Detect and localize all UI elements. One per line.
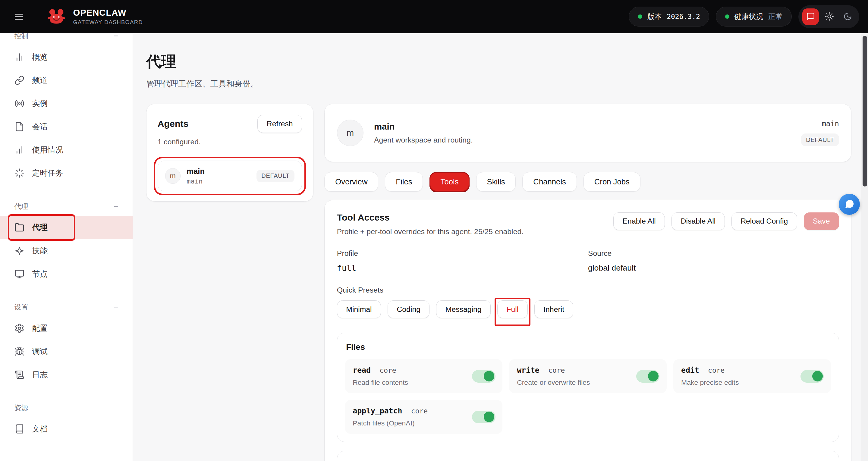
folder-icon: [14, 222, 24, 232]
reload-config-button[interactable]: Reload Config: [732, 212, 797, 230]
preset-full-button[interactable]: Full: [497, 300, 528, 318]
dark-theme-button[interactable]: [840, 9, 855, 24]
sidebar-item-label: 实例: [32, 98, 48, 109]
tab-tools[interactable]: Tools: [430, 172, 469, 191]
disable-all-button[interactable]: Disable All: [672, 212, 724, 230]
bar-chart-icon: [14, 145, 24, 155]
tool-tag: core: [379, 366, 396, 374]
sidebar-item-docs[interactable]: 文档: [0, 417, 133, 440]
sidebar-item-label: 日志: [32, 369, 48, 380]
agent-avatar: m: [165, 168, 181, 184]
page-scrollbar-track: [861, 33, 868, 461]
tab-channels[interactable]: Channels: [522, 172, 577, 191]
sidebar-item-nodes[interactable]: 节点: [0, 263, 133, 286]
sidebar-item-usage[interactable]: 使用情况: [0, 138, 133, 161]
preset-minimal-button[interactable]: Minimal: [337, 300, 381, 318]
section-label: 资源: [14, 403, 28, 412]
main-content: 代理 管理代理工作区、工具和身份。 Agents Refresh 1 confi…: [133, 33, 868, 461]
agent-header-name: main: [374, 121, 473, 132]
sidebar-item-agents[interactable]: 代理: [0, 216, 133, 239]
hamburger-menu-icon: [14, 12, 24, 22]
quick-presets-label: Quick Presets: [337, 286, 839, 295]
toggle-knob: [484, 371, 494, 381]
sidebar-item-debug[interactable]: 调试: [0, 340, 133, 363]
version-pill: 版本 2026.3.2: [629, 7, 709, 27]
sidebar-item-skills[interactable]: 技能: [0, 239, 133, 262]
sidebar-item-overview[interactable]: 概览: [0, 45, 133, 69]
health-status-dot: [725, 14, 730, 19]
theme-switcher: [798, 5, 859, 28]
section-label: 代理: [14, 202, 28, 211]
collapse-minus-icon[interactable]: −: [114, 33, 118, 40]
preset-coding-button[interactable]: Coding: [388, 300, 430, 318]
toggle-knob: [648, 371, 658, 381]
refresh-button[interactable]: Refresh: [257, 115, 302, 132]
preset-inherit-button[interactable]: Inherit: [534, 300, 574, 318]
sidebar-section-settings[interactable]: 设置 −: [0, 298, 133, 316]
agents-panel-title: Agents: [158, 119, 189, 129]
sidebar-item-config[interactable]: 配置: [0, 317, 133, 340]
agents-panel: Agents Refresh 1 configured. m main main…: [146, 104, 313, 202]
sidebar-item-label: 调试: [32, 346, 48, 357]
brand: OPENCLAW GATEWAY DASHBOARD: [46, 7, 143, 27]
monitor-icon: [14, 269, 24, 279]
tab-cron-jobs[interactable]: Cron Jobs: [584, 172, 641, 191]
toggle-apply-patch[interactable]: [472, 410, 495, 423]
tool-description: Make precise edits: [681, 378, 797, 387]
sidebar-item-label: 频道: [32, 75, 48, 86]
tool-access-subtitle: Profile + per-tool overrides for this ag…: [337, 227, 524, 236]
agent-avatar-large: m: [337, 120, 364, 146]
toggle-read[interactable]: [472, 370, 495, 383]
preset-messaging-button[interactable]: Messaging: [436, 300, 491, 318]
sidebar-section-resources[interactable]: 资源: [0, 398, 133, 417]
sidebar-item-channels[interactable]: 频道: [0, 69, 133, 92]
brand-name: OPENCLAW: [73, 7, 143, 18]
agent-tabs: Overview Files Tools Skills Channels Cro…: [324, 172, 851, 191]
tab-files[interactable]: Files: [385, 172, 423, 191]
tool-name: write: [517, 366, 539, 374]
health-label: 健康状况: [735, 12, 764, 21]
sidebar-item-sessions[interactable]: 会话: [0, 115, 133, 138]
openclaw-crab-logo-icon: [46, 7, 66, 27]
collapse-minus-icon[interactable]: −: [114, 202, 118, 211]
page-scrollbar-thumb[interactable]: [863, 36, 867, 186]
feedback-chat-button[interactable]: [802, 8, 819, 25]
tool-description: Create or overwrite files: [517, 378, 632, 387]
default-badge: DEFAULT: [256, 170, 294, 182]
moon-icon: [843, 12, 852, 21]
tool-group-title: Files: [346, 342, 830, 352]
chat-widget-button[interactable]: [839, 194, 860, 215]
link-icon: [14, 75, 24, 85]
source-value: global default: [588, 263, 839, 273]
sidebar-item-label: 文档: [32, 424, 48, 434]
light-theme-button[interactable]: [822, 9, 837, 24]
collapse-minus-icon[interactable]: −: [114, 303, 118, 312]
toggle-write[interactable]: [636, 370, 659, 383]
agents-count: 1 configured.: [158, 138, 302, 146]
toggle-edit[interactable]: [801, 370, 824, 383]
tool-tag: core: [548, 366, 565, 374]
save-button[interactable]: Save: [804, 212, 839, 230]
sidebar-item-cron-tasks[interactable]: 定时任务: [0, 161, 133, 185]
tool-name: edit: [681, 366, 699, 374]
enable-all-button[interactable]: Enable All: [613, 212, 665, 230]
sidebar-section-agents[interactable]: 代理 −: [0, 197, 133, 216]
agent-header-card: m main Agent workspace and routing. main…: [324, 104, 851, 162]
page-subtitle: 管理代理工作区、工具和身份。: [146, 78, 851, 89]
sidebar-item-label: 代理: [32, 222, 48, 233]
tool-access-title: Tool Access: [337, 212, 524, 223]
sidebar-item-instances[interactable]: 实例: [0, 92, 133, 115]
tool-group-runtime: Runtime: [337, 451, 839, 461]
section-label: 控制: [14, 33, 28, 41]
menu-button[interactable]: [9, 7, 29, 27]
agent-header-description: Agent workspace and routing.: [374, 136, 473, 144]
tab-overview[interactable]: Overview: [324, 172, 378, 191]
version-status-dot: [638, 14, 643, 19]
sidebar-item-logs[interactable]: 日志: [0, 363, 133, 386]
tab-skills[interactable]: Skills: [476, 172, 516, 191]
sidebar-item-label: 会话: [32, 121, 48, 132]
sidebar-item-label: 定时任务: [32, 168, 63, 178]
agent-list-item-main[interactable]: m main main DEFAULT: [158, 161, 302, 191]
sidebar-section-control[interactable]: 控制 −: [0, 33, 133, 45]
top-bar: OPENCLAW GATEWAY DASHBOARD 版本 2026.3.2 健…: [0, 0, 868, 33]
